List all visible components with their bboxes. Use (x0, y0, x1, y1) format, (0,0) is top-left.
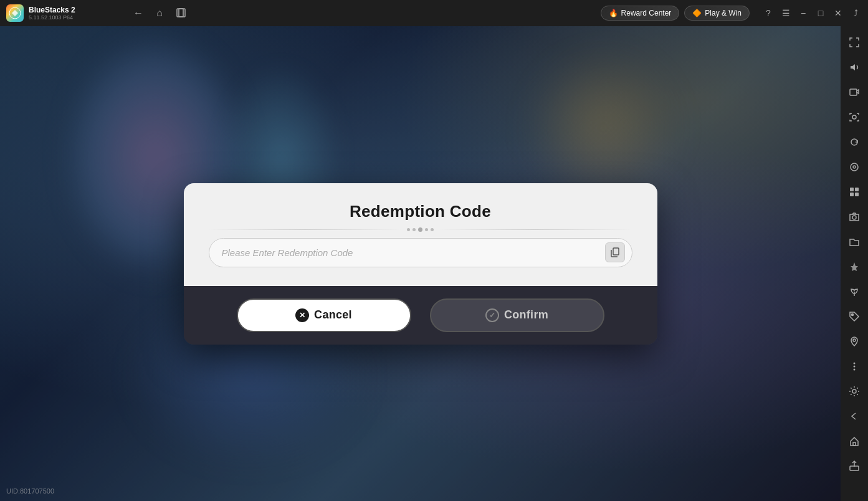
app-title-block: BlueStacks 2 5.11.52.1003 P64 (29, 6, 75, 21)
divider-dot-3 (425, 228, 428, 231)
svg-rect-18 (853, 442, 856, 446)
dialog-divider (209, 227, 632, 232)
topbar-left: BlueStacks 2 5.11.52.1003 P64 (0, 4, 125, 22)
right-sidebar (841, 26, 868, 501)
sidebar-location-icon[interactable] (843, 330, 866, 353)
redemption-code-input[interactable] (209, 238, 632, 267)
confirm-button[interactable]: ✓ Confirm (430, 298, 604, 332)
divider-line-right (439, 229, 632, 230)
topbar-nav: ← ⌂ (125, 4, 194, 22)
app-name: BlueStacks 2 (29, 6, 75, 14)
sidebar-screenshot-icon[interactable] (843, 106, 866, 128)
divider-dot-center (418, 227, 422, 232)
paste-icon-button[interactable] (605, 242, 625, 262)
svg-point-14 (854, 363, 856, 365)
dialog-title: Redemption Code (350, 202, 491, 221)
topbar-actions: ? ☰ − □ ✕ ⤴ (756, 6, 868, 21)
play-win-label: Play & Win (705, 9, 742, 17)
sidebar-more-icon[interactable] (843, 355, 866, 378)
sidebar-apps-icon[interactable] (843, 181, 866, 203)
cancel-label: Cancel (314, 308, 352, 322)
cancel-button[interactable]: ✕ Cancel (237, 298, 411, 332)
play-win-button[interactable]: 🔶 Play & Win (684, 6, 750, 21)
main-area: Redemption Code (0, 26, 841, 501)
svg-point-13 (853, 339, 856, 341)
minimize-button[interactable]: − (796, 6, 811, 21)
redemption-dialog: Redemption Code (184, 183, 657, 345)
sidebar-camera-icon[interactable] (843, 206, 866, 228)
divider-dots (407, 227, 434, 232)
sidebar-tag-icon[interactable] (843, 305, 866, 328)
nav-bookmark-button[interactable] (172, 4, 189, 22)
svg-point-4 (852, 115, 856, 119)
svg-rect-9 (850, 193, 854, 196)
sidebar-home-icon[interactable] (843, 430, 866, 452)
svg-point-11 (852, 216, 856, 219)
divider-line-left (209, 229, 403, 230)
nav-back-button[interactable]: ← (130, 4, 147, 22)
svg-rect-10 (855, 193, 859, 196)
sidebar-fullscreen-icon[interactable] (843, 31, 866, 54)
svg-point-16 (854, 369, 856, 371)
reward-center-label: Reward Center (621, 9, 672, 17)
help-button[interactable]: ? (761, 6, 776, 21)
sidebar-video-icon[interactable] (843, 81, 866, 103)
svg-point-12 (852, 314, 854, 316)
menu-button[interactable]: ☰ (778, 6, 793, 21)
nav-home-button[interactable]: ⌂ (151, 4, 168, 22)
sidebar-folder-icon[interactable] (843, 231, 866, 253)
modal-overlay: Redemption Code (0, 26, 841, 501)
svg-rect-3 (850, 89, 857, 95)
confirm-label: Confirm (504, 308, 548, 322)
sidebar-rotate-icon[interactable] (843, 131, 866, 153)
expand-button[interactable]: ⤴ (848, 6, 863, 21)
svg-rect-2 (179, 9, 185, 17)
svg-point-6 (853, 166, 856, 168)
sidebar-fps-icon[interactable] (843, 156, 866, 178)
topbar-center: 🔥 Reward Center 🔶 Play & Win (194, 6, 756, 21)
svg-point-5 (851, 163, 858, 171)
reward-icon: 🔥 (609, 9, 618, 17)
reward-center-button[interactable]: 🔥 Reward Center (601, 6, 680, 21)
sidebar-settings-icon[interactable] (843, 380, 866, 403)
divider-dot-4 (431, 228, 434, 231)
sidebar-eco-icon[interactable] (843, 280, 866, 303)
svg-rect-20 (613, 248, 619, 255)
dialog-footer: ✕ Cancel ✓ Confirm (184, 286, 657, 345)
sidebar-back-icon[interactable] (843, 405, 866, 427)
app-version: 5.11.52.1003 P64 (29, 14, 75, 21)
confirm-icon: ✓ (485, 308, 499, 322)
svg-rect-19 (850, 466, 859, 470)
svg-rect-8 (855, 188, 859, 191)
topbar: BlueStacks 2 5.11.52.1003 P64 ← ⌂ 🔥 Rewa… (0, 0, 868, 26)
maximize-button[interactable]: □ (813, 6, 828, 21)
sidebar-flight-icon[interactable] (843, 255, 866, 278)
play-icon: 🔶 (692, 9, 702, 17)
svg-point-15 (854, 366, 856, 368)
app-logo (6, 4, 24, 22)
cancel-icon: ✕ (295, 308, 309, 322)
divider-dot-1 (407, 228, 410, 231)
dialog-body: Redemption Code (184, 183, 657, 286)
sidebar-volume-icon[interactable] (843, 56, 866, 79)
close-button[interactable]: ✕ (831, 6, 846, 21)
divider-dot-2 (413, 228, 416, 231)
sidebar-share-icon[interactable] (843, 455, 866, 477)
svg-point-17 (852, 389, 856, 393)
code-input-wrapper (209, 238, 632, 267)
svg-rect-7 (850, 188, 854, 191)
svg-rect-1 (177, 9, 183, 17)
